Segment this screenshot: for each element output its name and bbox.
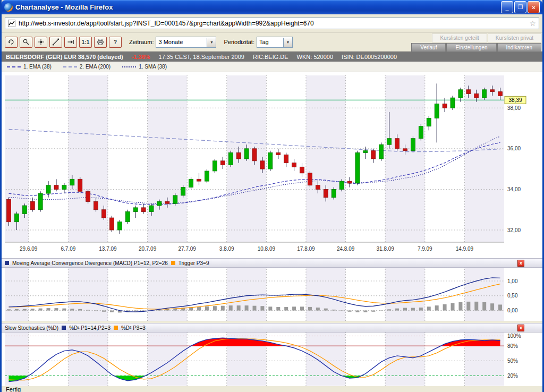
close-stochastics-panel-button[interactable]: x <box>517 325 524 331</box>
indicator-legend: 1. EMA (38) 2. EMA (200) 1. SMA (38) <box>2 62 542 72</box>
zoom-button[interactable] <box>20 37 32 48</box>
stoch-d2-label: %D² P3=3 <box>121 325 146 331</box>
stock-ric: RIC:BEIG.DE <box>253 54 288 60</box>
periodizitaet-value: Tag <box>257 39 283 45</box>
trigger-line-color-icon <box>171 261 175 265</box>
crosshair-icon <box>37 38 45 46</box>
stock-change: -1,36% <box>132 54 150 60</box>
legend-label: 1. SMA (38) <box>139 64 167 70</box>
svg-text:80%: 80% <box>507 343 518 349</box>
goto-end-button[interactable] <box>64 37 77 48</box>
macd-chart[interactable]: 0,000,501,00 <box>2 268 542 321</box>
minimize-button[interactable]: _ <box>501 1 513 13</box>
svg-text:14.9.09: 14.9.09 <box>456 246 474 252</box>
stochastics-chart-panel: 20%50%80%100% <box>2 333 542 386</box>
svg-text:1,00: 1,00 <box>507 278 518 284</box>
svg-text:31.8.09: 31.8.09 <box>377 246 395 252</box>
status-text: Fertig <box>6 386 21 392</box>
svg-text:24.8.09: 24.8.09 <box>337 246 355 252</box>
trendline-icon <box>52 38 60 46</box>
sma38-line-sample <box>122 66 136 67</box>
macd-line-color-icon <box>5 261 9 265</box>
stock-info-bar: BEIERSDORF (GER) EUR 38,570 (delayed) -1… <box>2 52 542 62</box>
stochastics-chart[interactable]: 20%50%80%100% <box>2 333 542 386</box>
legend-item-ema38: 1. EMA (38) <box>7 64 52 70</box>
stock-wkn: WKN: 520000 <box>297 54 333 60</box>
refresh-icon <box>7 38 15 46</box>
chevron-down-icon: ▼ <box>283 38 292 47</box>
url-text: http://web.s-investor.de/app/tool/start.… <box>19 20 527 27</box>
crosshair-button[interactable] <box>35 37 47 48</box>
zeitraum-select[interactable]: 3 Monate ▼ <box>156 37 216 48</box>
svg-text:20%: 20% <box>507 373 518 379</box>
ema38-line-sample <box>7 66 21 67</box>
svg-text:29.6.09: 29.6.09 <box>20 246 38 252</box>
svg-text:0,00: 0,00 <box>507 308 518 313</box>
stoch-d1-label: %D¹ P1=14,P2=3 <box>69 325 110 331</box>
svg-text:50%: 50% <box>507 358 518 364</box>
print-icon <box>97 38 104 46</box>
zoom-icon <box>22 38 30 46</box>
stochastics-header: Slow Stochastics (%D) %D¹ P1=14,P2=3 %D²… <box>2 323 542 333</box>
svg-text:38,39: 38,39 <box>508 97 522 103</box>
stock-isin: ISIN: DE0005200000 <box>342 54 397 60</box>
price-chart[interactable]: 32,0034,0036,0038,0029.6.096.7.0913.7.09… <box>2 72 542 258</box>
macd-header: Moving Average Convergence Divergence (M… <box>2 258 542 268</box>
periodizitaet-select[interactable]: Tag ▼ <box>257 37 293 48</box>
close-button[interactable]: × <box>528 1 540 13</box>
chevron-down-icon: ▼ <box>207 38 216 47</box>
macd-chart-panel: 0,000,501,00 <box>2 268 542 321</box>
svg-text:32,00: 32,00 <box>507 227 521 233</box>
indikatoren-button[interactable]: Indikatoren <box>497 43 541 52</box>
legend-label: 2. EMA (200) <box>80 64 110 70</box>
svg-text:0,50: 0,50 <box>507 293 518 299</box>
chart-toolbar: 1:1 ? Zeitraum: 3 Monate ▼ Periodizität:… <box>2 33 542 52</box>
einstellungen-button[interactable]: Einstellungen <box>446 43 496 52</box>
help-button[interactable]: ? <box>109 37 122 48</box>
svg-text:6.7.09: 6.7.09 <box>61 246 75 252</box>
right-button-panel: Kurslisten geteilt Kurslisten privat Ver… <box>411 33 541 52</box>
price-chart-panel: 32,0034,0036,0038,0029.6.096.7.0913.7.09… <box>2 72 542 258</box>
url-bar-row: http://web.s-investor.de/app/tool/start.… <box>2 14 542 33</box>
periodizitaet-label: Periodizität: <box>224 39 254 45</box>
trigger-title: Trigger P3=9 <box>178 260 209 266</box>
kurslisten-privat-button[interactable]: Kurslisten privat <box>488 33 541 42</box>
svg-text:38,00: 38,00 <box>507 105 521 111</box>
url-input[interactable]: http://web.s-investor.de/app/tool/start.… <box>5 18 539 29</box>
legend-label: 1. EMA (38) <box>23 64 52 70</box>
firefox-icon <box>4 3 13 12</box>
print-button[interactable] <box>94 37 107 48</box>
refresh-button[interactable] <box>5 37 18 48</box>
zeitraum-label: Zeitraum: <box>129 39 154 45</box>
svg-text:100%: 100% <box>507 333 521 339</box>
one-to-one-button[interactable]: 1:1 <box>79 37 92 48</box>
svg-text:3.8.09: 3.8.09 <box>219 246 234 252</box>
kurslisten-geteilt-button[interactable]: Kurslisten geteilt <box>432 33 487 42</box>
svg-text:10.8.09: 10.8.09 <box>258 246 276 252</box>
svg-text:20.7.09: 20.7.09 <box>139 246 157 252</box>
stock-name-price: BEIERSDORF (GER) EUR 38,570 (delayed) <box>6 54 123 60</box>
page-chart-favicon <box>8 20 15 27</box>
trendline-button[interactable] <box>49 37 62 48</box>
stoch-d1-color-icon <box>62 326 66 330</box>
close-macd-panel-button[interactable]: x <box>517 260 524 267</box>
svg-text:36,00: 36,00 <box>507 146 521 151</box>
maximize-button[interactable]: ❐ <box>514 1 526 13</box>
svg-text:7.9.09: 7.9.09 <box>418 246 432 252</box>
stochastics-title: Slow Stochastics (%D) <box>5 325 58 331</box>
svg-text:17.8.09: 17.8.09 <box>297 246 315 252</box>
status-bar: Fertig <box>2 386 542 392</box>
svg-text:34,00: 34,00 <box>507 186 521 192</box>
macd-title: Moving Average Convergence Divergence (M… <box>12 260 168 266</box>
svg-text:27.7.09: 27.7.09 <box>178 246 196 252</box>
verlauf-button[interactable]: Verlauf <box>411 43 446 52</box>
bookmark-star-icon[interactable]: ☆ <box>529 19 536 28</box>
goto-end-icon <box>67 38 74 46</box>
quote-datetime: 17:35 CEST, 18.September 2009 <box>159 54 244 60</box>
legend-item-sma38: 1. SMA (38) <box>122 64 167 70</box>
svg-text:13.7.09: 13.7.09 <box>99 246 117 252</box>
browser-window: Chartanalyse - Mozilla Firefox _ ❐ × htt… <box>0 0 544 392</box>
window-title: Chartanalyse - Mozilla Firefox <box>15 3 501 11</box>
titlebar[interactable]: Chartanalyse - Mozilla Firefox _ ❐ × <box>2 0 542 14</box>
stoch-d2-color-icon <box>114 326 118 330</box>
